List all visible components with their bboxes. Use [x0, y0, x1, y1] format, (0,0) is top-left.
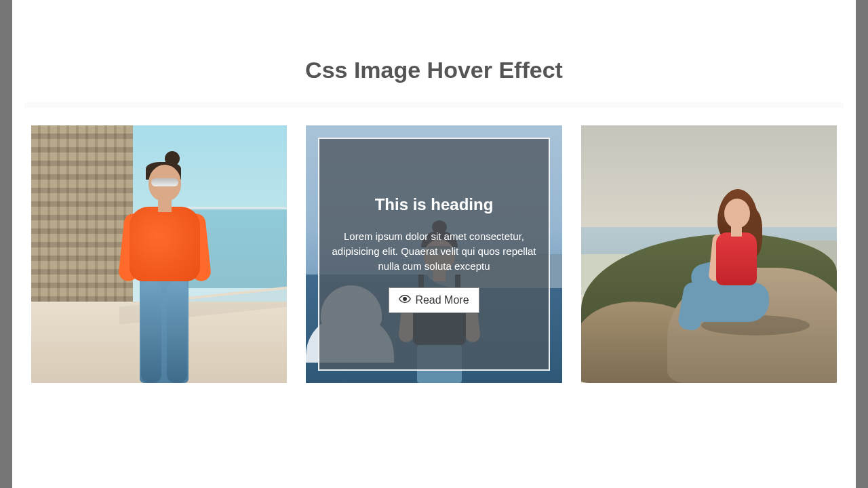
divider	[24, 102, 844, 108]
page-title: Css Image Hover Effect	[28, 57, 840, 83]
eye-icon	[399, 293, 411, 308]
overlay-heading: This is heading	[375, 195, 494, 214]
read-more-button[interactable]: Read More	[389, 287, 479, 313]
hover-overlay: This is heading Lorem ipsum dolor sit am…	[318, 138, 549, 371]
svg-point-0	[403, 297, 407, 300]
image-card-1[interactable]	[31, 125, 287, 383]
read-more-label: Read More	[415, 294, 469, 306]
image-card-2[interactable]: This is heading Lorem ipsum dolor sit am…	[306, 125, 561, 383]
image-card-3[interactable]	[581, 125, 837, 383]
page-frame: Css Image Hover Effect	[12, 0, 856, 488]
card-row: This is heading Lorem ipsum dolor sit am…	[28, 125, 840, 383]
overlay-body: Lorem ipsum dolor sit amet consectetur, …	[332, 229, 536, 273]
